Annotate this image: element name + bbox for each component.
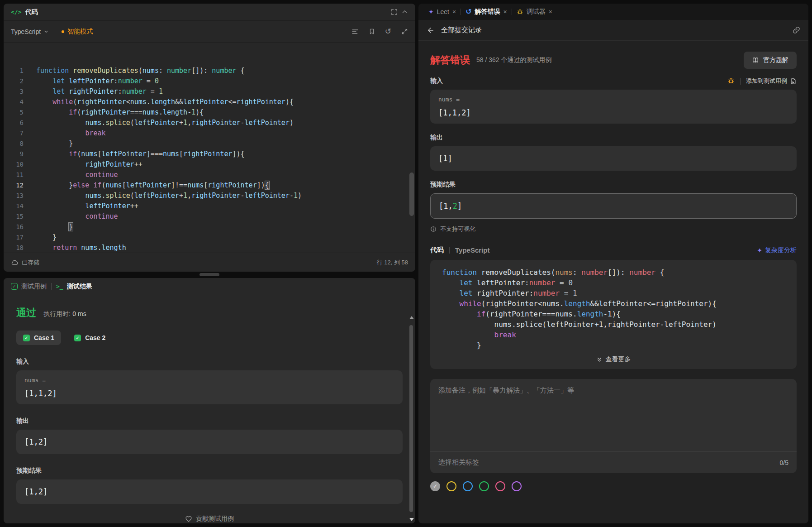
scrollbar-thumb[interactable] [409,325,413,512]
copy-link-icon[interactable] [793,26,800,34]
submitted-code-box: function removeDuplicates(nums: number[]… [430,260,797,369]
cursor-position: 行 12, 列 58 [377,259,408,267]
code-editor-panel: </> 代码 TypeScript 智能模式 [4,4,415,272]
code-editor[interactable]: 1function removeDuplicates(nums: number[… [4,43,415,253]
case-1-tab[interactable]: ✓ Case 1 [16,331,61,345]
add-to-testcases-button[interactable]: 添加到测试用例 [746,77,797,85]
tests-scrollbar[interactable] [408,315,414,522]
sparkle-icon: ✦ [428,8,434,15]
tag-color-picker: ✓ [430,481,797,491]
submission-expected-box: [1,2] [430,193,797,219]
code-line: 4 while(rightPointer<nums.length&&leftPo… [4,97,415,107]
code-line: 17 } [4,232,415,243]
code-line: 8 } [4,139,415,149]
code-line: 5 if(rightPointer===nums.length-1){ [4,107,415,118]
back-to-submissions[interactable]: 全部提交记录 [441,26,482,34]
expected-box: [1,2] [16,479,403,504]
close-tab-icon[interactable] [549,8,552,15]
expected-label: 预期结果 [430,181,797,189]
code-section-label: 代码 [430,246,444,254]
line-number: 14 [4,201,24,211]
note-input[interactable]: 添加备注，例如「暴力解法」、「方法一」等 [430,379,797,451]
output-label: 输出 [430,134,797,142]
code-line: 7 break [4,128,415,139]
runtime-label: 执行用时: [43,310,71,317]
tab-test-cases[interactable]: ✓ 测试用例 [11,283,47,291]
contribute-label: 贡献测试用例 [196,515,234,523]
code-line: 13 nums.splice(leftPointer+1,rightPointe… [4,191,415,201]
line-number: 3 [4,86,24,97]
collapse-panel-icon[interactable] [401,9,408,15]
expand-editor-icon[interactable] [401,28,408,35]
input-box[interactable]: nums = [1,1,2] [16,370,403,404]
close-tab-icon[interactable] [452,8,456,15]
back-arrow-icon[interactable] [427,26,435,34]
view-more-button[interactable]: 查看更多 [430,354,797,364]
left-column: </> 代码 TypeScript 智能模式 [4,4,415,523]
smart-mode-toggle[interactable]: 智能模式 [62,28,93,36]
fullscreen-icon[interactable] [391,9,398,15]
case-2-tab[interactable]: ✓ Case 2 [67,331,112,345]
debug-bug-icon[interactable] [727,77,735,85]
code-line: 18 return nums.length [4,243,415,253]
right-tabbar: ✦ Leet ↺ 解答错误 调试器 [418,4,808,20]
code-line: 2 let leftPointer:number = 0 [4,76,415,86]
run-status: 通过 [16,306,36,320]
line-number: 9 [4,149,24,159]
test-cases-label: 测试用例 [21,283,47,291]
editor-panel-header: </> 代码 [4,4,415,21]
tab-wrong-answer[interactable]: ↺ 解答错误 [461,8,512,16]
tag-color-none[interactable]: ✓ [430,481,440,491]
right-column: ✦ Leet ↺ 解答错误 调试器 全部提交记录 [418,4,808,523]
line-number: 18 [4,243,24,253]
input-actions: 添加到测试用例 [727,77,797,85]
line-number: 15 [4,211,24,222]
ai-sparkle-icon: ✦ [757,247,762,254]
input-label: 输入 [430,77,443,85]
heart-icon [185,515,192,522]
runtime-value: 0 ms [72,310,86,317]
case-passed-icon: ✓ [23,335,30,341]
format-code-icon[interactable] [351,28,359,35]
close-tab-icon[interactable] [503,8,507,15]
copy-to-tests-icon [790,78,797,85]
testcases-passed-stats: 58 / 362 个通过的测试用例 [476,56,552,64]
tag-color-yellow[interactable] [446,481,456,491]
tag-color-purple[interactable] [512,481,522,491]
scroll-down-icon[interactable] [409,518,414,521]
code-header-divider [449,247,450,254]
expected-label: 预期结果 [16,467,403,475]
result-header: 解答错误 58 / 362 个通过的测试用例 官方题解 [430,52,797,69]
panel-resize-handle[interactable] [199,273,219,276]
tag-color-blue[interactable] [463,481,473,491]
scroll-up-icon[interactable] [409,316,414,319]
output-value: [1] [438,153,788,164]
input-label: 输入 [16,358,403,366]
editor-scrollbar[interactable] [409,172,414,216]
no-visualization-label: 不支持可视化 [440,225,475,233]
tab-debugger[interactable]: 调试器 [512,8,557,16]
line-number: 5 [4,107,24,118]
tab-wrong-answer-label: 解答错误 [475,8,500,16]
complexity-analysis-button[interactable]: ✦ 复杂度分析 [757,246,797,254]
tags-count: 0/5 [780,459,788,466]
line-number: 11 [4,170,24,180]
tab-test-results[interactable]: >_ 测试结果 [56,283,92,291]
contribute-test-case-button[interactable]: 贡献测试用例 [16,515,403,523]
book-icon [752,57,759,64]
tag-color-green[interactable] [479,481,489,491]
view-more-label: 查看更多 [606,354,631,364]
submission-detail: 解答错误 58 / 362 个通过的测试用例 官方题解 输入 添加到测试用例 [418,41,808,523]
tags-row[interactable]: 选择相关标签 0/5 [430,451,797,473]
tab-leet[interactable]: ✦ Leet [424,8,461,15]
saved-status-label: 已存储 [22,259,39,267]
line-number: 1 [4,66,24,76]
language-selector[interactable]: TypeScript [11,28,49,35]
official-solution-button[interactable]: 官方题解 [744,52,797,69]
tag-color-pink[interactable] [495,481,505,491]
reset-code-icon[interactable]: ↺ [385,27,391,36]
bookmark-icon[interactable] [369,28,375,35]
case-1-label: Case 1 [34,334,54,341]
code-icon: </> [11,9,21,15]
expected-value: [1,2] [24,486,394,498]
